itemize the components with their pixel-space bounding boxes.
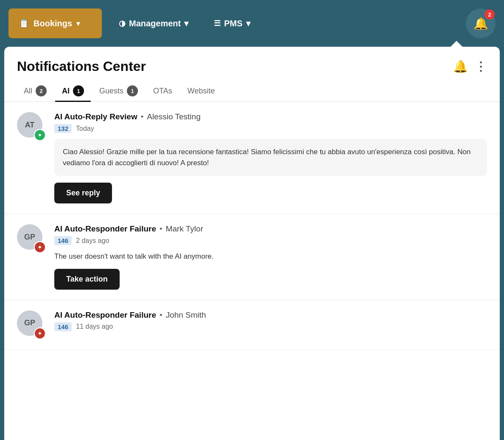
tab-ai[interactable]: AI 1 [55, 81, 91, 102]
bookings-label: Bookings [34, 19, 72, 28]
pms-label: PMS [224, 19, 242, 28]
notifications-badge: 2 [484, 9, 495, 20]
notifications-panel: Notifications Center 🔔 ⋮ All 2 AI 1 Gues… [4, 47, 500, 440]
notification-guest-name: John Smith [166, 310, 206, 320]
management-icon: ◑ [119, 19, 126, 28]
ai-badge-icon: ✦ [34, 327, 46, 339]
tab-otas[interactable]: OTAs [146, 82, 179, 101]
notification-title-row: AI Auto-Responder Failure • Mark Tylor [54, 224, 487, 234]
notification-meta: 146 11 days ago [54, 322, 487, 331]
panel-more-options-icon[interactable]: ⋮ [475, 59, 487, 73]
avatar: GP ✦ [17, 224, 46, 253]
notification-time: 11 days ago [76, 323, 113, 330]
tab-website[interactable]: Website [181, 82, 222, 101]
take-action-button[interactable]: Take action [54, 269, 120, 290]
pms-chevron-icon: ▾ [246, 18, 250, 28]
notification-title-row: AI Auto-Responder Failure • John Smith [54, 310, 487, 320]
management-chevron-icon: ▾ [184, 18, 188, 28]
notifications-list: AT ✦ AI Auto-Reply Review • Alessio Test… [4, 102, 500, 350]
notification-content: AI Auto-Reply Review • Alessio Testing 1… [54, 112, 487, 203]
tab-ai-label: AI [62, 87, 70, 96]
tab-website-label: Website [188, 87, 215, 96]
ai-badge-icon: ✦ [34, 129, 46, 141]
notification-content: AI Auto-Responder Failure • John Smith 1… [54, 310, 487, 337]
tab-guests[interactable]: Guests 1 [92, 81, 145, 102]
bookings-calendar-icon: 📋 [19, 18, 29, 28]
notification-message: The user doesn't want to talk with the A… [54, 251, 487, 262]
tab-all[interactable]: All 2 [17, 81, 53, 102]
see-reply-button[interactable]: See reply [54, 183, 112, 203]
panel-header-icons: 🔔 ⋮ [453, 59, 487, 73]
notifications-bell-button[interactable]: 🔔 2 [466, 8, 496, 38]
panel-bell-icon: 🔔 [453, 59, 468, 73]
notification-meta: 132 Today [54, 124, 487, 133]
notification-meta: 146 2 days ago [54, 236, 487, 245]
notification-message: Ciao Alessio! Grazie mille per la tua re… [54, 139, 487, 176]
notification-item: AT ✦ AI Auto-Reply Review • Alessio Test… [4, 102, 500, 214]
notification-title: AI Auto-Responder Failure [54, 310, 156, 320]
management-label: Management [129, 19, 181, 28]
notification-title: AI Auto-Responder Failure [54, 224, 156, 234]
tab-guests-badge: 1 [127, 85, 138, 96]
pms-icon: ☰ [214, 19, 221, 28]
avatar: GP ✦ [17, 310, 46, 339]
avatar: AT ✦ [17, 112, 46, 141]
star-icon: ✦ [37, 244, 42, 251]
notification-separator: • [160, 310, 162, 320]
pms-menu[interactable]: ☰ PMS ▾ [205, 14, 258, 33]
notification-separator: • [160, 224, 162, 234]
notification-id-badge: 146 [54, 236, 72, 245]
star-icon: ✦ [37, 330, 42, 337]
notification-guest-name: Mark Tylor [166, 224, 203, 234]
notification-separator: • [141, 112, 144, 121]
tabs-bar: All 2 AI 1 Guests 1 OTAs Website [4, 74, 500, 102]
star-icon: ✦ [37, 132, 42, 138]
management-menu[interactable]: ◑ Management ▾ [110, 14, 197, 33]
tab-guests-label: Guests [99, 87, 123, 96]
notification-item: GP ✦ AI Auto-Responder Failure • John Sm… [4, 300, 500, 350]
bookings-chevron-icon: ▾ [76, 20, 80, 28]
panel-header: Notifications Center 🔔 ⋮ [4, 47, 500, 74]
notification-guest-name: Alessio Testing [147, 112, 200, 121]
notification-time: Today [76, 125, 94, 133]
notification-title-row: AI Auto-Reply Review • Alessio Testing [54, 112, 487, 121]
notification-id-badge: 132 [54, 124, 72, 133]
tab-otas-label: OTAs [153, 87, 172, 96]
tab-ai-badge: 1 [73, 85, 84, 96]
notification-id-badge: 146 [54, 322, 72, 331]
tab-all-badge: 2 [36, 85, 47, 96]
top-nav: 📋 Bookings ▾ ◑ Management ▾ ☰ PMS ▾ 🔔 2 [0, 0, 504, 47]
notification-time: 2 days ago [76, 237, 109, 245]
panel-title: Notifications Center [17, 59, 146, 74]
notification-title: AI Auto-Reply Review [54, 112, 137, 121]
tab-all-label: All [24, 87, 32, 96]
bell-icon: 🔔 [473, 17, 488, 31]
ai-badge-icon: ✦ [34, 241, 46, 253]
bookings-button[interactable]: 📋 Bookings ▾ [8, 8, 102, 38]
notification-item: GP ✦ AI Auto-Responder Failure • Mark Ty… [4, 214, 500, 300]
notification-content: AI Auto-Responder Failure • Mark Tylor 1… [54, 224, 487, 290]
